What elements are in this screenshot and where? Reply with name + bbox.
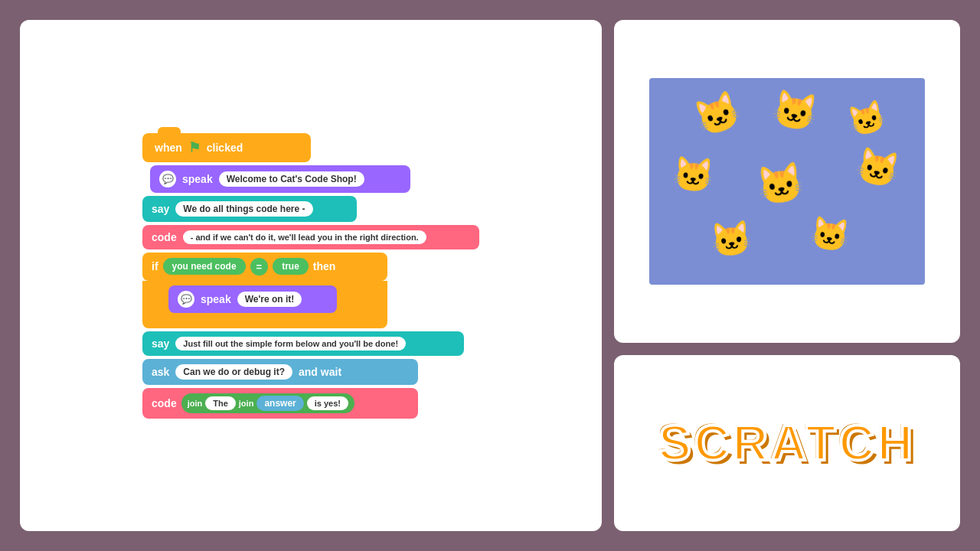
- speech-icon-2: 💬: [178, 291, 194, 308]
- speech-icon-1: 💬: [159, 171, 176, 187]
- code-block-1[interactable]: code - and if we can't do it, we'll lead…: [142, 225, 479, 249]
- speak-block-2[interactable]: 💬 speak We're on it!: [168, 285, 337, 313]
- say2-label: say: [152, 337, 169, 350]
- ask-label: ask: [152, 366, 169, 378]
- the-value[interactable]: The: [205, 396, 236, 410]
- ask-value[interactable]: Can we do or debug it?: [175, 364, 292, 380]
- true-value[interactable]: true: [273, 258, 309, 275]
- right-top-panel: 🐱 🐱 🐱 🐱 🐱 🐱 🐱 🐱: [614, 20, 960, 343]
- flag-icon: ⚑: [188, 139, 201, 156]
- left-panel: when ⚑ clicked 💬 speak Welcome to Cat's …: [20, 20, 602, 531]
- if-wrapper: if you need code = true then 💬 speak We'…: [142, 253, 479, 328]
- say-block-2[interactable]: say Just fill out the simple form below …: [142, 331, 464, 356]
- cat-sprite-7: 🐱: [709, 218, 754, 262]
- code1-label: code: [152, 231, 177, 243]
- equals-sign: =: [250, 258, 269, 276]
- cat-sprite-4: 🐱: [671, 153, 716, 197]
- code2-label: code: [152, 397, 177, 409]
- right-bottom-panel: SCRATCH: [614, 355, 960, 531]
- join1-label: join: [188, 399, 203, 408]
- answer-value[interactable]: answer: [256, 396, 303, 411]
- cat-sprite-2: 🐱: [769, 86, 822, 136]
- speak1-value[interactable]: Welcome to Cat's Code Shop!: [219, 171, 364, 187]
- and-wait-label: and wait: [299, 366, 341, 378]
- say1-value[interactable]: We do all things code here -: [175, 201, 312, 217]
- if-condition[interactable]: you need code: [163, 258, 246, 275]
- if-label: if: [152, 260, 158, 272]
- speak-block-1[interactable]: 💬 speak Welcome to Cat's Code Shop!: [150, 165, 410, 193]
- speak2-value[interactable]: We're on it!: [237, 292, 302, 307]
- cat-sprite-3: 🐱: [844, 96, 890, 141]
- ask-block[interactable]: ask Can we do or debug it? and wait: [142, 359, 418, 385]
- blocks-container: when ⚑ clicked 💬 speak Welcome to Cat's …: [142, 133, 479, 419]
- when-label: when: [155, 142, 182, 154]
- isyes-value[interactable]: is yes!: [307, 396, 348, 410]
- join-block-1[interactable]: join The join answer is yes!: [181, 393, 354, 413]
- say-block-1[interactable]: say We do all things code here -: [142, 196, 357, 222]
- speak1-label: speak: [182, 173, 213, 185]
- then-label: then: [313, 260, 336, 272]
- say2-value[interactable]: Just fill out the simple form below and …: [175, 337, 406, 350]
- cat-stage: 🐱 🐱 🐱 🐱 🐱 🐱 🐱 🐱: [649, 78, 925, 285]
- scratch-logo: SCRATCH: [658, 415, 916, 471]
- cat-sprite-6: 🐱: [852, 143, 903, 193]
- if-block[interactable]: if you need code = true then: [142, 253, 387, 281]
- clicked-label: clicked: [207, 142, 243, 154]
- cat-sprite-5: 🐱: [753, 159, 806, 210]
- right-panel: 🐱 🐱 🐱 🐱 🐱 🐱 🐱 🐱 SCRATCH: [614, 20, 960, 531]
- code-block-2[interactable]: code join The join answer is yes!: [142, 388, 418, 419]
- code1-value[interactable]: - and if we can't do it, we'll lead you …: [183, 230, 426, 244]
- cat-sprite-8: 🐱: [808, 214, 852, 256]
- speak2-label: speak: [201, 293, 231, 305]
- join2-label: join: [239, 399, 254, 408]
- say1-label: say: [152, 203, 169, 215]
- event-block[interactable]: when ⚑ clicked: [142, 133, 311, 162]
- cat-sprite-1: 🐱: [689, 86, 747, 142]
- if-body: 💬 speak We're on it!: [142, 281, 387, 318]
- if-cap: [142, 318, 387, 328]
- main-container: when ⚑ clicked 💬 speak Welcome to Cat's …: [8, 8, 972, 543]
